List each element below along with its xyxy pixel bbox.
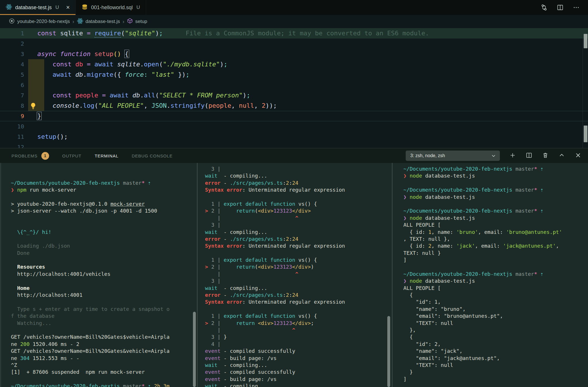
terminal-line	[11, 299, 197, 305]
code-line: 9}	[0, 111, 588, 121]
terminal-line: 1 | export default function vs() {	[205, 201, 392, 207]
terminal-line: "name": "bruno",	[403, 306, 588, 313]
dirty-indicator: U	[136, 5, 140, 10]
breadcrumb-label: youtube-2020-feb-nextjs	[17, 19, 70, 24]
code-line: 3async function setup() {	[0, 49, 588, 59]
panel-tab-output[interactable]: OUTPUT	[62, 153, 82, 158]
line-number: 3	[0, 49, 24, 59]
terminal-line: 4 |	[205, 341, 392, 348]
terminal-line: Resources	[11, 263, 197, 270]
breadcrumb: youtube-2020-feb-nextjs › database-test.…	[0, 15, 588, 28]
terminal-line: ~/Documents/youtube-2020-feb-nextjs mast…	[403, 207, 588, 214]
terminal-line: ~/Documents/youtube-2020-feb-nextjs mast…	[11, 180, 197, 186]
lightbulb-icon[interactable]	[29, 102, 37, 111]
terminal-line: }	[403, 369, 588, 376]
terminal-line: event - compiled successfully	[205, 369, 392, 376]
scrollbar-left-pane[interactable]	[193, 312, 196, 387]
open-changes-icon[interactable]	[540, 4, 548, 11]
terminal-line	[403, 180, 588, 186]
terminal-line	[205, 306, 392, 313]
terminal-line	[11, 222, 197, 228]
terminal-line	[403, 263, 588, 270]
new-terminal-icon[interactable]	[509, 152, 516, 160]
terminal-line: ]	[403, 376, 588, 383]
react-icon	[6, 4, 12, 11]
breadcrumb-item-file[interactable]: database-test.js	[77, 18, 120, 26]
chevron-right-icon: ›	[123, 18, 124, 25]
terminal-line: Type s + enter at any time to create a s…	[11, 306, 197, 313]
terminal-line: 1 | export default function vs() {	[205, 257, 392, 263]
terminal-line: wait - compiling...	[205, 229, 392, 236]
database-icon	[82, 4, 88, 11]
terminal-pane-zsh-2[interactable]: ~/Documents/youtube-2020-feb-nextjs mast…	[392, 163, 588, 387]
terminal-line: "TEXT": null	[403, 320, 588, 327]
line-number: 7	[0, 90, 24, 101]
overview-ruler-marker	[584, 34, 587, 48]
terminal-line: , TEXT: null },	[403, 236, 588, 242]
code-line: 4 const db = await sqlite.open("./mydb.s…	[0, 59, 588, 70]
terminal-line: ALL PEOPLE [	[403, 285, 588, 292]
terminal-pane-node[interactable]: 3 | wait - compiling...error - ./src/pag…	[197, 163, 392, 387]
more-actions-icon[interactable]	[572, 4, 580, 11]
terminal-line: ❯ node database-test.js	[403, 172, 588, 179]
terminal-line	[11, 236, 197, 242]
terminal-line: wait - compiling...	[205, 285, 392, 292]
terminal-pane-zsh[interactable]: ~/Documents/youtube-2020-feb-nextjs mast…	[0, 163, 197, 387]
panel-tab-problems[interactable]: PROBLEMS 1	[11, 152, 49, 160]
line-number: 2	[0, 38, 24, 49]
line-number: 1	[0, 28, 24, 38]
terminal-line: ❯ npm run mock-server	[11, 186, 197, 193]
terminal-line: { id: 2, name: 'jack', email: 'jack@antu…	[403, 242, 588, 249]
terminal-select-dropdown[interactable]: 3: zsh, node, zsh	[406, 151, 500, 161]
terminal-line: ALL PEOPLE [	[403, 222, 588, 228]
code-lines: 1const sqlite = require("sqlite"); File …	[0, 28, 588, 148]
split-editor-icon[interactable]	[556, 4, 564, 11]
terminal-line: ❯ node database-test.js	[403, 194, 588, 201]
panel-tab-label: OUTPUT	[62, 153, 82, 158]
split-terminal-icon[interactable]	[525, 152, 533, 160]
line-number: 4	[0, 59, 24, 70]
panel-tab-label: PROBLEMS	[11, 153, 38, 158]
terminal-line: wait - compiling...	[205, 383, 392, 387]
terminal-line: > json-server --watch ./db.json -p 4001 …	[11, 207, 197, 214]
overview-ruler[interactable]	[583, 28, 588, 148]
problems-count-badge: 1	[41, 152, 49, 160]
close-panel-icon[interactable]	[575, 152, 582, 160]
terminal-line: ^Z	[11, 362, 197, 369]
terminal-line	[205, 194, 392, 201]
code-line: 7 const people = await db.all("SELECT * …	[0, 90, 588, 101]
panel-tab-label: DEBUG CONSOLE	[132, 153, 173, 158]
dirty-indicator: U	[55, 5, 59, 10]
breadcrumb-label: database-test.js	[86, 19, 120, 24]
code-line: 12	[0, 142, 588, 148]
panel-tab-terminal[interactable]: TERMINAL	[95, 153, 119, 158]
record-icon	[9, 18, 15, 26]
terminal-line	[11, 327, 197, 334]
terminal-line: ~/Documents/youtube-2020-feb-nextjs mast…	[403, 186, 588, 193]
line-number: 5	[0, 70, 24, 80]
code-line: 10	[0, 121, 588, 132]
code-editor[interactable]: 1const sqlite = require("sqlite"); File …	[0, 28, 588, 148]
breadcrumb-item-symbol[interactable]: setup	[127, 18, 147, 25]
terminal-line: error - ./src/pages/vs.ts:2:24	[205, 180, 392, 186]
tab-001-helloworld-sql[interactable]: 001-helloworld.sql U	[76, 0, 146, 15]
terminal-line	[11, 172, 197, 179]
line-number: 10	[0, 121, 24, 132]
terminal-line: 3 |	[205, 222, 392, 228]
terminal-line: "email": "bruno@antunes.pt",	[403, 313, 588, 319]
terminal-line: 3 | }	[205, 334, 392, 340]
kill-terminal-icon[interactable]	[542, 152, 549, 160]
terminal-line: event - build page: /vs	[205, 376, 392, 383]
close-icon[interactable]: ×	[66, 4, 70, 11]
panel-tab-debug-console[interactable]: DEBUG CONSOLE	[132, 153, 173, 158]
scrollbar-middle-pane[interactable]	[387, 316, 390, 387]
tab-database-test-js[interactable]: database-test.js U ×	[0, 0, 76, 15]
terminal-line: | ^	[205, 271, 392, 278]
terminal-line	[11, 257, 197, 263]
terminal-line: GET /vehicles?ownerName=Bill%20Gates&veh…	[11, 348, 197, 355]
terminal-line: error - ./src/pages/vs.ts:2:24	[205, 236, 392, 242]
breadcrumb-item-project[interactable]: youtube-2020-feb-nextjs	[9, 18, 70, 26]
code-line: 6	[0, 80, 588, 90]
maximize-panel-icon[interactable]	[558, 152, 565, 160]
terminal-line	[11, 376, 197, 383]
